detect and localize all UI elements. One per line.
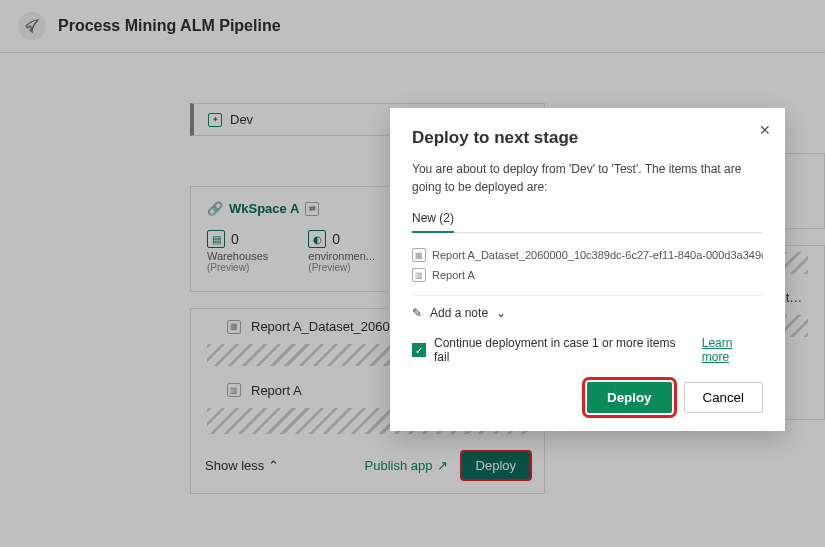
dialog-description: You are about to deploy from 'Dev' to 'T… [412,160,763,196]
continue-checkbox-row[interactable]: ✓ Continue deployment in case 1 or more … [412,336,763,364]
note-icon: ✎ [412,306,422,320]
deploy-dialog: ✕ Deploy to next stage You are about to … [390,108,785,431]
dialog-deploy-button[interactable]: Deploy [587,382,671,413]
chevron-down-icon: ⌄ [496,306,506,320]
deploy-item-dataset: ▦Report A_Dataset_2060000_10c389dc-6c27-… [412,245,763,265]
dataset-icon: ▦ [412,248,426,262]
learn-more-link[interactable]: Learn more [702,336,763,364]
deploy-item-report: ▥Report A [412,265,763,285]
close-icon[interactable]: ✕ [759,122,771,138]
checkbox-checked-icon[interactable]: ✓ [412,343,426,357]
dialog-title: Deploy to next stage [412,128,763,148]
dialog-cancel-button[interactable]: Cancel [684,382,764,413]
tab-new[interactable]: New (2) [412,211,454,233]
add-note-toggle[interactable]: ✎ Add a note ⌄ [412,306,763,320]
report-icon: ▥ [412,268,426,282]
